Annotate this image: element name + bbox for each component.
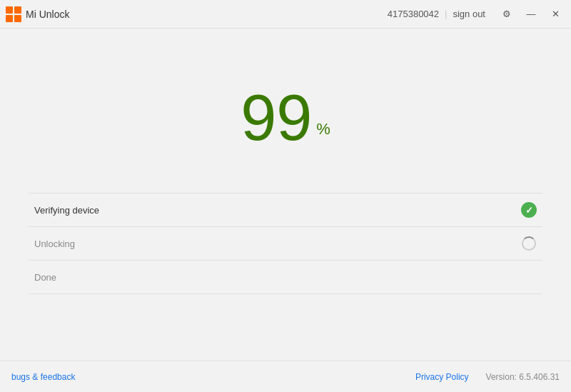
progress-area: 99 % bbox=[241, 86, 330, 150]
progress-unit: % bbox=[316, 120, 330, 139]
check-icon bbox=[521, 202, 537, 218]
footer-right: Privacy Policy Version: 6.5.406.31 bbox=[415, 372, 560, 382]
footer: bugs & feedback Privacy Policy Version: … bbox=[0, 361, 571, 392]
gear-icon: ⚙ bbox=[502, 9, 511, 19]
version-label: Version: 6.5.406.31 bbox=[486, 372, 560, 382]
step-unlocking-icon bbox=[521, 236, 537, 251]
minimize-button[interactable]: — bbox=[521, 4, 541, 24]
user-id: 4175380042 bbox=[388, 9, 439, 19]
svg-rect-3 bbox=[14, 15, 21, 22]
spinner-icon bbox=[522, 236, 536, 251]
bugs-feedback-link[interactable]: bugs & feedback bbox=[11, 372, 75, 382]
svg-rect-1 bbox=[14, 6, 21, 14]
close-icon: ✕ bbox=[552, 9, 560, 19]
mi-logo bbox=[6, 6, 21, 22]
close-button[interactable]: ✕ bbox=[545, 4, 565, 24]
step-verifying-label: Verifying device bbox=[34, 205, 99, 216]
steps-container: Verifying device Unlocking Done bbox=[29, 193, 542, 294]
sign-out-button[interactable]: sign out bbox=[453, 9, 485, 19]
progress-value: 99 bbox=[241, 86, 312, 150]
titlebar: Mi Unlock 4175380042 | sign out ⚙ — ✕ bbox=[0, 0, 571, 29]
settings-button[interactable]: ⚙ bbox=[497, 4, 517, 24]
app-title: Mi Unlock bbox=[26, 9, 69, 20]
window-controls: ⚙ — ✕ bbox=[497, 4, 565, 24]
step-done-label: Done bbox=[34, 272, 56, 283]
divider: | bbox=[445, 9, 447, 19]
main-content: 99 % Verifying device Unlocking Done bbox=[0, 29, 571, 361]
step-done: Done bbox=[29, 261, 542, 294]
titlebar-left: Mi Unlock bbox=[6, 6, 69, 22]
titlebar-right: 4175380042 | sign out ⚙ — ✕ bbox=[388, 4, 565, 24]
step-verifying: Verifying device bbox=[29, 193, 542, 227]
svg-rect-0 bbox=[6, 6, 13, 14]
svg-rect-2 bbox=[6, 15, 13, 22]
step-done-icon bbox=[521, 269, 537, 285]
minimize-icon: — bbox=[527, 9, 536, 19]
step-unlocking: Unlocking bbox=[29, 227, 542, 261]
step-unlocking-label: Unlocking bbox=[34, 238, 75, 249]
privacy-policy-link[interactable]: Privacy Policy bbox=[415, 372, 469, 382]
step-verifying-icon bbox=[521, 202, 537, 218]
